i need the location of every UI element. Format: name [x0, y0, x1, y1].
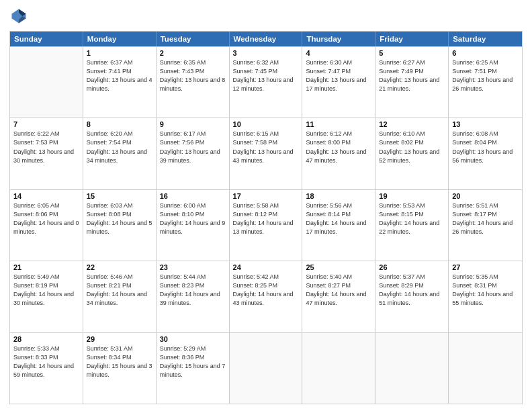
day-number: 10	[233, 120, 299, 128]
logo-icon	[9, 7, 28, 26]
day-detail: Sunrise: 5:46 AMSunset: 8:21 PMDaylight:…	[87, 273, 152, 308]
calendar-cell	[449, 333, 522, 404]
calendar-row: 1Sunrise: 6:37 AMSunset: 7:41 PMDaylight…	[10, 46, 522, 118]
day-number: 17	[233, 192, 299, 200]
calendar-row: 7Sunrise: 6:22 AMSunset: 7:53 PMDaylight…	[10, 118, 522, 189]
calendar-cell: 10Sunrise: 6:15 AMSunset: 7:58 PMDayligh…	[230, 118, 303, 189]
calendar-cell: 21Sunrise: 5:49 AMSunset: 8:19 PMDayligh…	[10, 261, 83, 332]
day-number: 19	[379, 192, 445, 200]
day-number: 16	[160, 192, 226, 200]
calendar-cell: 22Sunrise: 5:46 AMSunset: 8:21 PMDayligh…	[83, 261, 157, 332]
calendar-cell	[230, 333, 303, 404]
day-detail: Sunrise: 6:12 AMSunset: 8:00 PMDaylight:…	[306, 130, 371, 165]
calendar-cell: 18Sunrise: 5:56 AMSunset: 8:14 PMDayligh…	[302, 190, 375, 261]
calendar-cell: 12Sunrise: 6:10 AMSunset: 8:02 PMDayligh…	[375, 118, 449, 189]
day-number: 12	[379, 120, 445, 128]
day-number: 4	[306, 49, 371, 57]
day-detail: Sunrise: 5:31 AMSunset: 8:34 PMDaylight:…	[87, 345, 152, 379]
day-number: 18	[306, 192, 371, 200]
weekday-header: Friday	[375, 32, 449, 46]
day-number: 13	[452, 120, 519, 128]
weekday-header: Wednesday	[230, 32, 303, 46]
calendar-cell: 16Sunrise: 6:00 AMSunset: 8:10 PMDayligh…	[157, 190, 230, 261]
day-number: 21	[13, 263, 79, 271]
calendar-cell	[375, 333, 449, 404]
logo	[9, 7, 31, 26]
weekday-header: Saturday	[449, 32, 522, 46]
weekday-header: Sunday	[10, 32, 83, 46]
calendar-row: 21Sunrise: 5:49 AMSunset: 8:19 PMDayligh…	[10, 261, 522, 332]
day-number: 15	[87, 192, 152, 200]
calendar-header: SundayMondayTuesdayWednesdayThursdayFrid…	[10, 32, 522, 46]
page: SundayMondayTuesdayWednesdayThursdayFrid…	[0, 0, 532, 411]
calendar-cell	[10, 47, 83, 118]
day-number: 23	[160, 263, 226, 271]
day-number: 9	[160, 120, 226, 128]
day-number: 1	[87, 49, 152, 57]
calendar-cell: 27Sunrise: 5:35 AMSunset: 8:31 PMDayligh…	[449, 261, 522, 332]
day-detail: Sunrise: 5:58 AMSunset: 8:12 PMDaylight:…	[233, 201, 299, 236]
calendar-row: 28Sunrise: 5:33 AMSunset: 8:33 PMDayligh…	[10, 332, 522, 404]
calendar-body: 1Sunrise: 6:37 AMSunset: 7:41 PMDaylight…	[10, 46, 522, 404]
day-detail: Sunrise: 5:33 AMSunset: 8:33 PMDaylight:…	[13, 345, 79, 379]
day-number: 28	[13, 335, 79, 343]
day-detail: Sunrise: 6:15 AMSunset: 7:58 PMDaylight:…	[233, 130, 299, 165]
day-detail: Sunrise: 6:27 AMSunset: 7:49 PMDaylight:…	[379, 58, 445, 93]
day-detail: Sunrise: 6:10 AMSunset: 8:02 PMDaylight:…	[379, 130, 445, 165]
calendar-cell: 11Sunrise: 6:12 AMSunset: 8:00 PMDayligh…	[302, 118, 375, 189]
day-number: 7	[13, 120, 79, 128]
day-detail: Sunrise: 5:53 AMSunset: 8:15 PMDaylight:…	[379, 201, 445, 236]
day-detail: Sunrise: 6:25 AMSunset: 7:51 PMDaylight:…	[452, 58, 519, 93]
day-number: 30	[160, 335, 226, 343]
weekday-header: Thursday	[302, 32, 375, 46]
day-detail: Sunrise: 5:42 AMSunset: 8:25 PMDaylight:…	[233, 273, 299, 308]
calendar-cell: 28Sunrise: 5:33 AMSunset: 8:33 PMDayligh…	[10, 333, 83, 404]
calendar-cell: 9Sunrise: 6:17 AMSunset: 7:56 PMDaylight…	[157, 118, 230, 189]
day-number: 8	[87, 120, 152, 128]
calendar-cell: 20Sunrise: 5:51 AMSunset: 8:17 PMDayligh…	[449, 190, 522, 261]
day-detail: Sunrise: 6:05 AMSunset: 8:06 PMDaylight:…	[13, 201, 79, 236]
day-detail: Sunrise: 5:56 AMSunset: 8:14 PMDaylight:…	[306, 201, 371, 236]
day-detail: Sunrise: 5:51 AMSunset: 8:17 PMDaylight:…	[452, 201, 519, 236]
day-number: 26	[379, 263, 445, 271]
day-detail: Sunrise: 6:17 AMSunset: 7:56 PMDaylight:…	[160, 130, 226, 165]
day-number: 5	[379, 49, 445, 57]
calendar-cell: 13Sunrise: 6:08 AMSunset: 8:04 PMDayligh…	[449, 118, 522, 189]
calendar-cell: 5Sunrise: 6:27 AMSunset: 7:49 PMDaylight…	[375, 47, 449, 118]
calendar-cell: 19Sunrise: 5:53 AMSunset: 8:15 PMDayligh…	[375, 190, 449, 261]
day-detail: Sunrise: 6:00 AMSunset: 8:10 PMDaylight:…	[160, 201, 226, 236]
day-detail: Sunrise: 5:49 AMSunset: 8:19 PMDaylight:…	[13, 273, 79, 308]
day-number: 27	[452, 263, 519, 271]
calendar-cell: 15Sunrise: 6:03 AMSunset: 8:08 PMDayligh…	[83, 190, 157, 261]
day-number: 2	[160, 49, 226, 57]
calendar-cell: 29Sunrise: 5:31 AMSunset: 8:34 PMDayligh…	[83, 333, 157, 404]
weekday-header: Monday	[83, 32, 157, 46]
day-detail: Sunrise: 5:29 AMSunset: 8:36 PMDaylight:…	[160, 345, 226, 379]
day-number: 20	[452, 192, 519, 200]
calendar-cell: 1Sunrise: 6:37 AMSunset: 7:41 PMDaylight…	[83, 47, 157, 118]
calendar-cell	[302, 333, 375, 404]
calendar-cell: 7Sunrise: 6:22 AMSunset: 7:53 PMDaylight…	[10, 118, 83, 189]
day-detail: Sunrise: 6:08 AMSunset: 8:04 PMDaylight:…	[452, 130, 519, 165]
calendar-cell: 30Sunrise: 5:29 AMSunset: 8:36 PMDayligh…	[157, 333, 230, 404]
day-detail: Sunrise: 5:44 AMSunset: 8:23 PMDaylight:…	[160, 273, 226, 308]
day-detail: Sunrise: 6:37 AMSunset: 7:41 PMDaylight:…	[87, 58, 152, 93]
calendar-cell: 25Sunrise: 5:40 AMSunset: 8:27 PMDayligh…	[302, 261, 375, 332]
day-detail: Sunrise: 6:22 AMSunset: 7:53 PMDaylight:…	[13, 130, 79, 165]
calendar-cell: 3Sunrise: 6:32 AMSunset: 7:45 PMDaylight…	[230, 47, 303, 118]
day-number: 3	[233, 49, 299, 57]
calendar-cell: 23Sunrise: 5:44 AMSunset: 8:23 PMDayligh…	[157, 261, 230, 332]
day-detail: Sunrise: 5:40 AMSunset: 8:27 PMDaylight:…	[306, 273, 371, 308]
day-number: 11	[306, 120, 371, 128]
day-detail: Sunrise: 6:30 AMSunset: 7:47 PMDaylight:…	[306, 58, 371, 93]
calendar-cell: 14Sunrise: 6:05 AMSunset: 8:06 PMDayligh…	[10, 190, 83, 261]
calendar-cell: 24Sunrise: 5:42 AMSunset: 8:25 PMDayligh…	[230, 261, 303, 332]
day-number: 6	[452, 49, 519, 57]
weekday-header: Tuesday	[157, 32, 230, 46]
day-detail: Sunrise: 5:35 AMSunset: 8:31 PMDaylight:…	[452, 273, 519, 308]
calendar: SundayMondayTuesdayWednesdayThursdayFrid…	[9, 31, 523, 404]
calendar-cell: 4Sunrise: 6:30 AMSunset: 7:47 PMDaylight…	[302, 47, 375, 118]
day-detail: Sunrise: 6:32 AMSunset: 7:45 PMDaylight:…	[233, 58, 299, 93]
calendar-cell: 8Sunrise: 6:20 AMSunset: 7:54 PMDaylight…	[83, 118, 157, 189]
day-number: 25	[306, 263, 371, 271]
